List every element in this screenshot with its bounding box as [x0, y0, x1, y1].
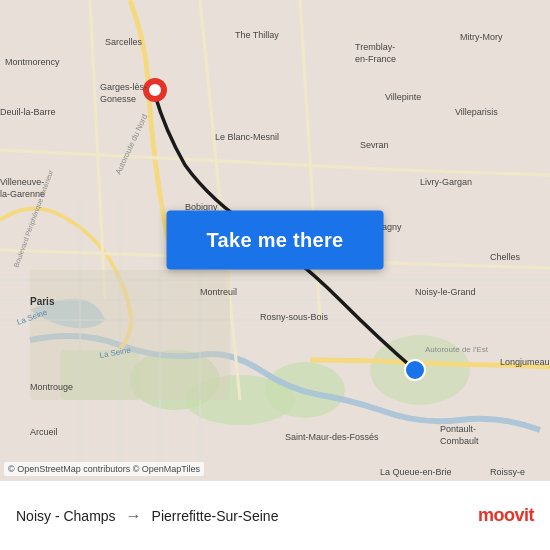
- svg-point-15: [149, 84, 161, 96]
- svg-text:Le Blanc-Mesnil: Le Blanc-Mesnil: [215, 132, 279, 142]
- svg-text:Saint-Maur-des-Fossés: Saint-Maur-des-Fossés: [285, 432, 379, 442]
- svg-text:Combault: Combault: [440, 436, 479, 446]
- svg-text:Paris: Paris: [30, 296, 55, 307]
- route-arrow-icon: →: [126, 507, 142, 525]
- svg-text:La Queue-en-Brie: La Queue-en-Brie: [380, 467, 452, 477]
- route-to: Pierrefitte-Sur-Seine: [152, 508, 279, 524]
- svg-text:Montreuil: Montreuil: [200, 287, 237, 297]
- map-container: Montmorency Sarcelles The Thillay Trembl…: [0, 0, 550, 480]
- svg-text:Chelles: Chelles: [490, 252, 521, 262]
- svg-text:Autoroute de l'Est: Autoroute de l'Est: [425, 345, 489, 354]
- svg-text:Noisy-le-Grand: Noisy-le-Grand: [415, 287, 476, 297]
- svg-text:Mitry-Mory: Mitry-Mory: [460, 32, 503, 42]
- svg-text:Montrouge: Montrouge: [30, 382, 73, 392]
- svg-text:The Thillay: The Thillay: [235, 30, 279, 40]
- svg-text:Villeneuve-: Villeneuve-: [0, 177, 44, 187]
- svg-text:Arcueil: Arcueil: [30, 427, 58, 437]
- map-attribution: © OpenStreetMap contributors © OpenMapTi…: [4, 462, 204, 476]
- svg-point-16: [405, 360, 425, 380]
- bottom-bar: Noisy - Champs → Pierrefitte-Sur-Seine m…: [0, 480, 550, 550]
- svg-text:Livry-Gargan: Livry-Gargan: [420, 177, 472, 187]
- svg-text:Gonesse: Gonesse: [100, 94, 136, 104]
- svg-text:Longjumeau: Longjumeau: [500, 357, 550, 367]
- svg-text:Villepinte: Villepinte: [385, 92, 421, 102]
- route-from: Noisy - Champs: [16, 508, 116, 524]
- svg-text:Pontault-: Pontault-: [440, 424, 476, 434]
- svg-text:Deuil-la-Barre: Deuil-la-Barre: [0, 107, 56, 117]
- svg-text:Roissy-e: Roissy-e: [490, 467, 525, 477]
- svg-text:Villeparisis: Villeparisis: [455, 107, 498, 117]
- svg-text:Tremblay-: Tremblay-: [355, 42, 395, 52]
- moovit-logo: moovit: [478, 505, 534, 526]
- take-me-there-button[interactable]: Take me there: [167, 211, 384, 270]
- svg-text:Sarcelles: Sarcelles: [105, 37, 143, 47]
- svg-text:Garges-lès-: Garges-lès-: [100, 82, 147, 92]
- moovit-brand-text: moovit: [478, 505, 534, 526]
- svg-text:en-France: en-France: [355, 54, 396, 64]
- svg-text:Sevran: Sevran: [360, 140, 389, 150]
- svg-text:Rosny-sous-Bois: Rosny-sous-Bois: [260, 312, 329, 322]
- svg-text:Montmorency: Montmorency: [5, 57, 60, 67]
